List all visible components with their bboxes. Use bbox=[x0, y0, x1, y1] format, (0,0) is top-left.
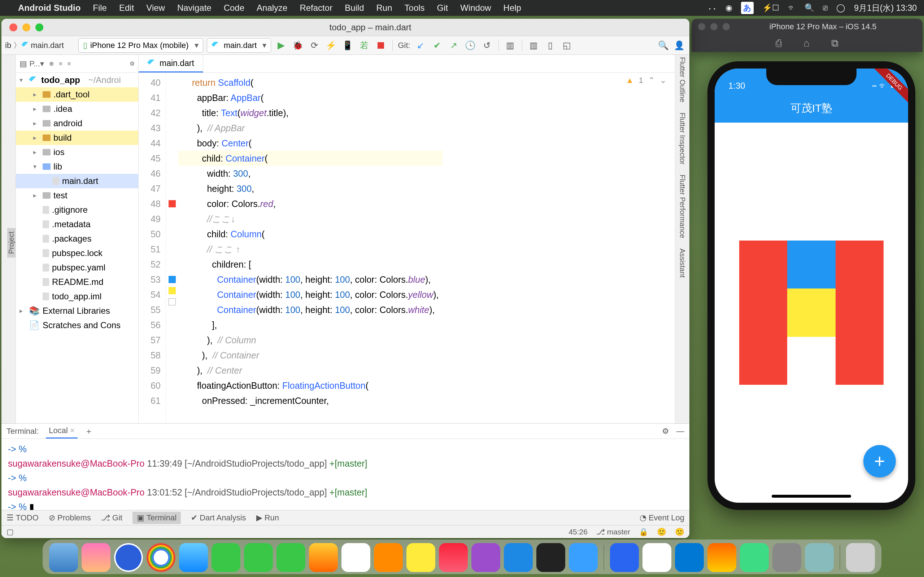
project-tree[interactable]: ▾todo_app ~/Androi ▸.dart_tool▸.idea▸and… bbox=[16, 73, 138, 423]
home-indicator[interactable] bbox=[772, 495, 851, 498]
wifi-icon[interactable]: ᯤ bbox=[788, 3, 796, 13]
dock-app-facetime[interactable] bbox=[212, 543, 241, 572]
menu-analyze[interactable]: Analyze bbox=[257, 3, 287, 13]
bottom-tab-dart-analysis[interactable]: ✔ Dart Analysis bbox=[191, 513, 246, 522]
menu-refactor[interactable]: Refactor bbox=[300, 3, 333, 13]
terminal-tab-local[interactable]: Local × bbox=[46, 424, 78, 438]
terminal-body[interactable]: -> % sugawarakensuke@MacBook-Pro 11:39:4… bbox=[2, 439, 690, 517]
window-zoom-button[interactable] bbox=[36, 23, 43, 31]
editor-body[interactable]: 4041424344454647484950515253545556575859… bbox=[139, 73, 675, 423]
dock-app-maps[interactable] bbox=[276, 543, 305, 572]
dock-app-calendar[interactable] bbox=[341, 543, 370, 572]
tree-item-pubspec-yaml[interactable]: pubspec.yaml bbox=[16, 260, 138, 275]
chevron-up-icon[interactable]: ⌃ bbox=[648, 76, 655, 85]
debug-button[interactable]: 🐞 bbox=[291, 39, 304, 52]
project-tool-tab[interactable]: Project bbox=[7, 228, 16, 258]
dock-app-1[interactable] bbox=[610, 543, 639, 572]
dock-app-reminders[interactable] bbox=[374, 543, 403, 572]
account-icon[interactable]: 👤 bbox=[673, 39, 686, 52]
tree-item--dart_tool[interactable]: ▸.dart_tool bbox=[16, 87, 138, 102]
tree-item-test[interactable]: ▸test bbox=[16, 188, 138, 203]
minimize-terminal-button[interactable]: — bbox=[677, 427, 684, 436]
dock-app-finder[interactable] bbox=[49, 543, 78, 572]
profiler-button[interactable]: 若 bbox=[358, 39, 371, 52]
dock-app-music[interactable] bbox=[439, 543, 468, 572]
dock-app-chrome[interactable] bbox=[147, 543, 175, 572]
assistant-tab[interactable]: Assistant bbox=[678, 245, 687, 281]
menu-file[interactable]: File bbox=[93, 3, 107, 13]
dock-app-launchpad[interactable] bbox=[82, 543, 110, 572]
floating-action-button[interactable]: + bbox=[863, 445, 896, 477]
tree-item-ios[interactable]: ▸ios bbox=[16, 145, 138, 160]
sim-minimize-button[interactable] bbox=[710, 23, 717, 30]
dock-app-podcasts[interactable] bbox=[472, 543, 500, 572]
dock-app-mail[interactable] bbox=[179, 543, 208, 572]
inspection-widget[interactable]: ▲1 ⌃ ⌄ bbox=[626, 76, 666, 85]
dock-app-notes[interactable] bbox=[406, 543, 435, 572]
menubar-app-name[interactable]: Android Studio bbox=[18, 3, 81, 13]
dock-app-discord[interactable] bbox=[569, 543, 598, 572]
layout-inspector-button[interactable]: ◱ bbox=[561, 39, 573, 52]
coverage-button[interactable]: ⟳ bbox=[308, 39, 321, 52]
menu-tools[interactable]: Tools bbox=[405, 3, 425, 13]
flutter-outline-tab[interactable]: Flutter Outline bbox=[678, 53, 687, 106]
control-center-icon[interactable]: ⎚ bbox=[823, 3, 828, 13]
dock-app-tv[interactable] bbox=[536, 543, 565, 572]
tree-item--gitignore[interactable]: .gitignore bbox=[16, 203, 138, 217]
siri-icon[interactable]: ◯ bbox=[836, 3, 845, 13]
tree-item-android[interactable]: ▸android bbox=[16, 116, 138, 131]
sad-icon[interactable]: 🙁 bbox=[675, 528, 684, 536]
bottom-tab-git[interactable]: ⎇ Git bbox=[101, 513, 122, 522]
menu-run[interactable]: Run bbox=[376, 3, 393, 13]
avd-button[interactable]: ▥ bbox=[504, 39, 517, 52]
tree-item-todo_app-iml[interactable]: todo_app.iml bbox=[16, 289, 138, 304]
project-view-selector[interactable]: P... bbox=[29, 59, 40, 68]
dock-app-4[interactable] bbox=[805, 543, 834, 572]
menu-navigate[interactable]: Navigate bbox=[177, 3, 212, 13]
home-icon[interactable]: ⌂ bbox=[803, 37, 809, 49]
menu-window[interactable]: Window bbox=[460, 3, 491, 13]
git-push-button[interactable]: ↗ bbox=[447, 39, 460, 52]
lock-icon[interactable]: 🔒 bbox=[639, 528, 648, 536]
dock-app-safari[interactable] bbox=[114, 543, 143, 572]
code-area[interactable]: return Scaffold( appBar: AppBar( title: … bbox=[178, 73, 443, 423]
sim-close-button[interactable] bbox=[698, 23, 705, 30]
tree-item-lib[interactable]: ▾lib bbox=[16, 160, 138, 174]
status-icon[interactable]: ▢ bbox=[6, 528, 14, 536]
tree-root[interactable]: ▾todo_app ~/Androi bbox=[16, 73, 138, 87]
search-everywhere-button[interactable]: 🔍 bbox=[657, 39, 670, 52]
attach-button[interactable]: 📱 bbox=[341, 39, 354, 52]
dock-app-appstore[interactable] bbox=[504, 543, 533, 572]
collapse-icon[interactable]: ≡ bbox=[68, 61, 71, 67]
git-branch-status[interactable]: ⎇ master bbox=[596, 528, 630, 536]
ime-icon[interactable]: あ bbox=[741, 2, 754, 14]
sim-zoom-button[interactable] bbox=[723, 23, 730, 30]
tree-item-README-md[interactable]: README.md bbox=[16, 275, 138, 289]
tree-item--packages[interactable]: .packages bbox=[16, 232, 138, 246]
git-commit-button[interactable]: ✔ bbox=[431, 39, 444, 52]
git-pull-button[interactable]: ↙ bbox=[414, 39, 427, 52]
flutter-inspector-tab[interactable]: Flutter Inspector bbox=[678, 109, 687, 168]
git-history-button[interactable]: 🕓 bbox=[464, 39, 477, 52]
settings-gear-icon[interactable]: ⚙ bbox=[129, 60, 135, 67]
dock-app-slack[interactable] bbox=[643, 543, 671, 572]
menu-help[interactable]: Help bbox=[504, 3, 521, 13]
expand-icon[interactable]: ≡ bbox=[59, 61, 62, 67]
stop-button[interactable] bbox=[374, 39, 387, 52]
menu-git[interactable]: Git bbox=[437, 3, 448, 13]
dock-app-3[interactable] bbox=[772, 543, 801, 572]
window-close-button[interactable] bbox=[10, 23, 17, 31]
locate-icon[interactable]: ⊕ bbox=[49, 60, 54, 67]
bottom-tab-todo[interactable]: ☰ TODO bbox=[6, 513, 39, 522]
terminal-settings-gear-icon[interactable]: ⚙ bbox=[662, 427, 669, 436]
battery-icon[interactable]: ⚡☐ bbox=[762, 3, 779, 13]
chevron-down-icon[interactable]: ⌄ bbox=[660, 76, 666, 85]
device-selector[interactable]: ▯iPhone 12 Pro Max (mobile)▾ bbox=[78, 38, 203, 53]
simulator-screen[interactable]: DEBUG 1:30 ⋯ ᯤ ▮ 可茂IT塾 + bbox=[715, 69, 908, 503]
menu-edit[interactable]: Edit bbox=[119, 3, 134, 13]
dock-app-vscode[interactable] bbox=[675, 543, 704, 572]
dock-app-2[interactable] bbox=[708, 543, 736, 572]
tree-item--idea[interactable]: ▸.idea bbox=[16, 102, 138, 116]
play-icon[interactable]: ◉ bbox=[725, 3, 732, 13]
dock-app-android-studio[interactable] bbox=[740, 543, 769, 572]
